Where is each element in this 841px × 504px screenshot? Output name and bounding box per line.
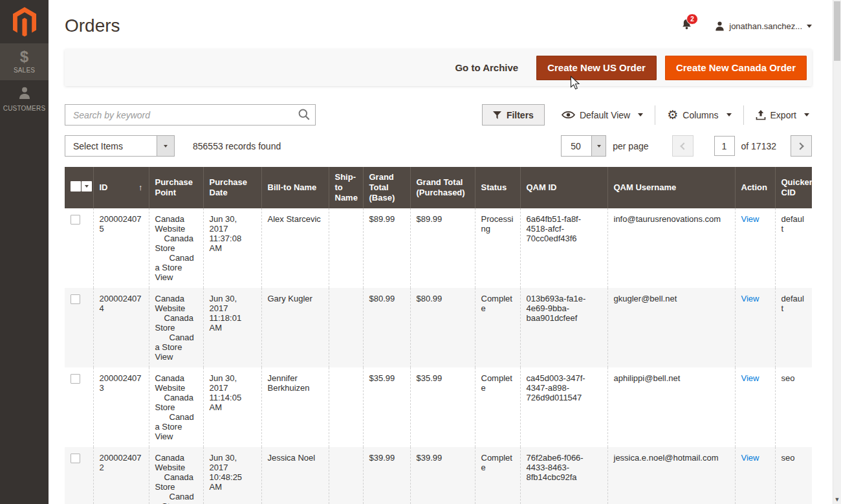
total-pages-text: of 17132 — [741, 141, 777, 151]
cell-qam_id: 6a64fb51-fa8f-4518-afcf-70cc0edf43f6 — [520, 208, 607, 288]
column-label: Bill-to Name — [268, 182, 317, 192]
sidebar-item-sales[interactable]: $ SALES — [0, 43, 49, 80]
column-label: QAM ID — [527, 182, 557, 192]
sidebar-item-customers[interactable]: CUSTOMERS — [0, 80, 49, 118]
page-header: Orders 2 jonathan.sanc — [65, 0, 812, 38]
table-header-row: ID↑Purchase PointPurchase DateBill-to Na… — [65, 167, 812, 208]
column-header-purchase_point[interactable]: Purchase Point — [149, 167, 203, 208]
search-button[interactable] — [298, 108, 311, 123]
column-label: Purchase Date — [210, 177, 248, 197]
column-header-action[interactable]: Action — [735, 167, 775, 208]
cell-status: Complete — [475, 447, 520, 504]
eye-icon — [562, 110, 575, 120]
notification-badge: 2 — [686, 14, 698, 25]
cell-qam_username: gkugler@bell.net — [607, 288, 735, 367]
chevron-down-icon — [157, 136, 174, 156]
username: jonathan.sanchez... — [729, 21, 802, 31]
chevron-down-icon — [807, 25, 812, 28]
columns-dropdown[interactable]: ⚙ Columns — [664, 109, 734, 121]
column-header-ship_to[interactable]: Ship-to Name — [329, 167, 363, 208]
vertical-scrollbar[interactable]: ▼ — [833, 0, 841, 504]
cell-purchase_date: Jun 30, 2017 11:14:05 AM — [203, 367, 261, 447]
table-row: 2000024074Canada WebsiteCanada StoreCana… — [65, 288, 812, 367]
cell-bill_to: Jessica Noel — [261, 447, 329, 504]
column-header-status[interactable]: Status — [475, 167, 520, 208]
column-header-id[interactable]: ID↑ — [93, 167, 149, 208]
page-number-input[interactable] — [714, 136, 735, 156]
column-header-grand_total_purchased[interactable]: Grand Total (Purchased) — [410, 167, 475, 208]
cell-grand_total_purchased: $39.99 — [410, 447, 475, 504]
cell-qam_username: info@taurusrenovations.com — [607, 208, 735, 288]
column-header-qam_id[interactable]: QAM ID — [520, 167, 607, 208]
user-icon — [714, 21, 725, 32]
cell-purchase_point: Canada WebsiteCanada StoreCanada Store V… — [149, 208, 203, 288]
cell-quicken_cid: seo — [775, 367, 812, 447]
column-label: Grand Total (Base) — [369, 172, 395, 203]
select-all-checkbox[interactable] — [71, 181, 81, 192]
per-page-label: per page — [613, 141, 648, 151]
cell-id: 2000024074 — [93, 288, 149, 367]
column-label: Ship-to Name — [335, 172, 358, 203]
create-us-order-button[interactable]: Create New US Order — [536, 56, 657, 80]
filters-button[interactable]: Filters — [482, 104, 545, 126]
cell-select — [65, 208, 93, 288]
user-menu[interactable]: jonathan.sanchez... — [714, 21, 812, 32]
row-checkbox[interactable] — [71, 294, 80, 304]
create-canada-order-button[interactable]: Create New Canada Order — [665, 56, 807, 80]
cell-grand_total_purchased: $80.99 — [410, 288, 475, 367]
cell-select — [65, 288, 93, 367]
store-hierarchy-line: Canada Store — [155, 472, 197, 492]
cell-ship_to — [329, 447, 363, 504]
cell-id: 2000024075 — [93, 208, 149, 288]
view-link[interactable]: View — [741, 214, 759, 224]
go-to-archive-button[interactable]: Go to Archive — [455, 62, 518, 73]
export-dropdown[interactable]: Export — [753, 110, 812, 120]
cell-grand_total_base: $35.99 — [363, 367, 410, 447]
row-checkbox[interactable] — [71, 454, 80, 463]
column-header-bill_to[interactable]: Bill-to Name — [261, 167, 329, 208]
store-hierarchy-line: Canada Website — [155, 453, 197, 472]
cell-action: View — [735, 447, 775, 504]
records-found-text: 856553 records found — [193, 141, 281, 151]
row-checkbox[interactable] — [71, 374, 80, 384]
toolbar-divider — [743, 105, 744, 125]
column-label: Status — [481, 182, 507, 192]
cell-ship_to — [329, 208, 363, 288]
scrollbar-thumb[interactable] — [834, 1, 840, 61]
cell-ship_to — [329, 367, 363, 447]
row-checkbox[interactable] — [71, 215, 80, 225]
select-all-dropdown[interactable] — [82, 181, 92, 192]
chevron-down-icon — [638, 113, 643, 116]
previous-page-button[interactable] — [672, 135, 694, 157]
cell-status: Complete — [475, 367, 520, 447]
view-link[interactable]: View — [741, 294, 759, 303]
cell-grand_total_base: $89.99 — [363, 208, 410, 288]
column-header-grand_total_base[interactable]: Grand Total (Base) — [363, 167, 410, 208]
column-label: Purchase Point — [155, 177, 193, 197]
cell-id: 2000024073 — [93, 367, 149, 447]
chevron-down-icon — [804, 113, 809, 116]
page-title: Orders — [65, 16, 120, 36]
select-items-dropdown[interactable]: Select Items — [65, 135, 175, 157]
magento-logo[interactable] — [0, 0, 49, 43]
column-header-qam_username[interactable]: QAM Username — [607, 167, 735, 208]
next-page-button[interactable] — [791, 135, 812, 157]
view-dropdown[interactable]: Default View — [559, 110, 646, 120]
column-header-purchase_date[interactable]: Purchase Date — [203, 167, 261, 208]
chevron-down-icon — [726, 113, 732, 116]
scrollbar-down-arrow[interactable]: ▼ — [833, 496, 841, 503]
notifications-button[interactable]: 2 — [681, 19, 692, 33]
column-header-quicken_cid[interactable]: Quicken CID — [775, 167, 812, 208]
per-page-dropdown[interactable]: 50 — [561, 135, 606, 157]
search-input[interactable] — [65, 104, 316, 126]
cell-grand_total_base: $39.99 — [363, 447, 410, 504]
store-hierarchy-line: Canada Store View — [155, 333, 197, 362]
chevron-down-icon — [591, 136, 606, 156]
view-link[interactable]: View — [741, 453, 759, 463]
chevron-left-icon — [680, 142, 687, 149]
view-link[interactable]: View — [741, 373, 759, 383]
cell-grand_total_purchased: $89.99 — [410, 208, 475, 288]
column-label: Action — [741, 182, 767, 192]
store-hierarchy-line: Canada Store — [155, 393, 197, 412]
column-label: Grand Total (Purchased) — [417, 177, 465, 197]
